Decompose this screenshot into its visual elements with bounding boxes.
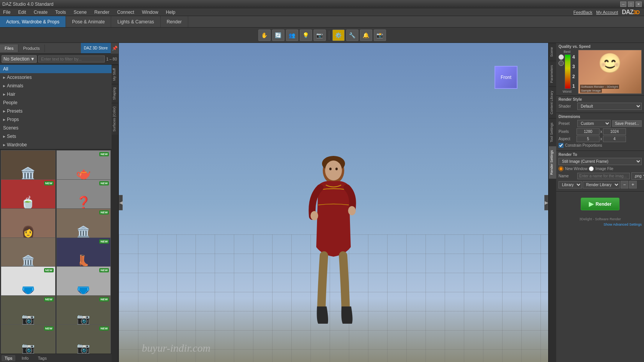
- rtab-content-library[interactable]: Content Library: [549, 87, 556, 118]
- tool-active-3[interactable]: 🔔: [360, 29, 372, 41]
- preview-face: 😊: [598, 52, 622, 74]
- category-animals[interactable]: ▶ Animals: [0, 82, 112, 90]
- thumbnail-grid: 🏛️ Preload 🫖 NEW UberEn...t2 Base 🍵 NEW …: [0, 149, 112, 354]
- worst-label: Worst: [563, 90, 572, 93]
- shader-key: Shader: [559, 104, 576, 108]
- render-icon: ▶: [589, 200, 593, 208]
- tab-actors-wardrobe-props[interactable]: Actors, Wardrobe & Props: [0, 16, 66, 27]
- right-content: Quality vs. Speed Best: [556, 43, 644, 362]
- pixel-height-input[interactable]: [603, 128, 626, 135]
- tab-info[interactable]: Info: [18, 355, 31, 361]
- window-controls[interactable]: ─ □ ✕: [620, 2, 642, 7]
- render-vtabs: Scene Parameters Content Library Tool Se…: [549, 43, 556, 362]
- left-panel-inner: All ▶ Accessories ▶ Animals ▶ Hair: [0, 65, 118, 362]
- feedback-link[interactable]: FeedBack: [573, 10, 593, 15]
- show-advanced-settings[interactable]: Show Advanced Settings: [556, 222, 644, 227]
- aspect-width-input[interactable]: [577, 136, 600, 142]
- search-input[interactable]: [38, 56, 105, 62]
- left-panel: Files Products DAZ 3D Store 📌 No Selecti…: [0, 43, 119, 362]
- best-label: Best: [564, 50, 570, 54]
- category-wardrobe[interactable]: ▶ Wardrobe: [0, 141, 112, 149]
- bottom-tabs: Tips Info Tags: [0, 354, 112, 362]
- category-props[interactable]: ▶ Props: [0, 115, 112, 124]
- constrain-checkbox[interactable]: [559, 143, 564, 148]
- tab-tips[interactable]: Tips: [2, 355, 15, 361]
- tool-select[interactable]: 💡: [300, 29, 312, 41]
- tool-camera[interactable]: 📷: [314, 29, 326, 41]
- panel-pin-button[interactable]: 📌: [111, 43, 118, 54]
- tool-active-2[interactable]: 🔧: [346, 29, 358, 41]
- category-presets[interactable]: ▶ Presets: [0, 107, 112, 115]
- side-tab-shaping[interactable]: Shaping: [112, 84, 118, 103]
- ext-select[interactable]: .png: [631, 172, 644, 180]
- menu-edit[interactable]: Edit: [16, 10, 28, 15]
- library-minus-button[interactable]: −: [621, 181, 628, 188]
- preset-select[interactable]: Custom: [577, 120, 611, 127]
- category-scenes-label: Scenes: [3, 125, 18, 131]
- rtab-scene[interactable]: Scene: [549, 43, 556, 61]
- category-hair[interactable]: ▶ Hair: [0, 90, 112, 98]
- menu-window[interactable]: Window: [140, 10, 160, 15]
- library-plus-button[interactable]: +: [629, 181, 637, 188]
- tool-translate[interactable]: ✋: [258, 29, 271, 41]
- quality-icon-3[interactable]: [559, 61, 564, 66]
- render-button[interactable]: ▶ Render: [581, 198, 619, 210]
- close-button[interactable]: ✕: [636, 2, 642, 7]
- menu-help[interactable]: Help: [164, 10, 177, 15]
- category-scenes[interactable]: Scenes: [0, 124, 112, 132]
- library-select[interactable]: Library: [559, 181, 582, 188]
- menu-scene[interactable]: Scene: [72, 10, 88, 15]
- my-account-link[interactable]: My Account: [596, 10, 618, 15]
- panel-tab-products[interactable]: Products: [18, 44, 44, 52]
- side-tab-surfaces[interactable]: Surfaces (Color): [112, 103, 118, 135]
- list-item[interactable]: 📷 NEW Camera3: [1, 324, 56, 354]
- render-to-select[interactable]: Still Image (Current Frame): [559, 158, 642, 165]
- tab-render[interactable]: Render: [161, 16, 188, 27]
- new-window-radio[interactable]: [559, 166, 564, 171]
- left-collapse-arrow[interactable]: ◀: [119, 195, 123, 210]
- menu-render[interactable]: Render: [93, 10, 111, 15]
- menu-create[interactable]: Create: [32, 10, 49, 15]
- render-library-select[interactable]: Render Library: [583, 181, 620, 188]
- navigation-cube[interactable]: Front: [495, 66, 518, 89]
- category-sets[interactable]: ▶ Sets: [0, 132, 112, 141]
- left-main: All ▶ Accessories ▶ Animals ▶ Hair: [0, 65, 112, 362]
- save-preset-button[interactable]: Save Preset...: [612, 120, 642, 127]
- preview-sample-label: Sample Image: [580, 88, 602, 93]
- menu-tools[interactable]: Tools: [54, 10, 67, 15]
- selection-dropdown[interactable]: No Selection ▼: [2, 55, 37, 63]
- side-tab-my-stuff[interactable]: My Stuff: [112, 65, 118, 84]
- category-accessories[interactable]: ▶ Accessories: [0, 73, 112, 82]
- rtab-tool-settings[interactable]: Tool Settings: [549, 118, 556, 146]
- expand-icon: ▶: [3, 143, 5, 147]
- category-people[interactable]: People: [0, 98, 112, 107]
- aspect-height-input[interactable]: [603, 136, 626, 142]
- image-file-radio[interactable]: [589, 166, 594, 171]
- tool-active-1[interactable]: ⚙️: [332, 29, 345, 41]
- menu-file[interactable]: File: [2, 10, 12, 15]
- tool-scale[interactable]: 👥: [286, 29, 298, 41]
- render-name-input[interactable]: [577, 173, 630, 179]
- panel-tab-files[interactable]: Files: [0, 44, 18, 52]
- new-badge: NEW: [44, 181, 54, 185]
- expand-icon: ▶: [3, 93, 5, 96]
- maximize-button[interactable]: □: [628, 2, 634, 7]
- rtab-render-settings[interactable]: Render Settings: [549, 146, 556, 179]
- menu-connect[interactable]: Connect: [115, 10, 136, 15]
- viewport[interactable]: Front buyur-indir.com ◀ ▶: [119, 43, 548, 362]
- shader-select[interactable]: Default: [577, 103, 642, 110]
- tool-active-4[interactable]: 📸: [374, 29, 386, 41]
- tab-pose-animate[interactable]: Pose & Animate: [66, 16, 111, 27]
- right-collapse-arrow[interactable]: ▶: [544, 195, 548, 210]
- tab-lights-cameras[interactable]: Lights & Cameras: [111, 16, 160, 27]
- pixel-width-input[interactable]: [577, 128, 600, 135]
- rtab-parameters[interactable]: Parameters: [549, 61, 556, 87]
- x-separator: x: [600, 129, 602, 134]
- category-all[interactable]: All: [0, 65, 112, 73]
- minimize-button[interactable]: ─: [620, 2, 626, 7]
- tab-tags[interactable]: Tags: [35, 355, 50, 361]
- quality-icon-best[interactable]: [559, 54, 564, 60]
- list-item[interactable]: 📷 NEW Camera4: [56, 324, 111, 354]
- daz-store-button[interactable]: DAZ 3D Store: [81, 43, 111, 53]
- tool-rotate[interactable]: 🔄: [272, 29, 284, 41]
